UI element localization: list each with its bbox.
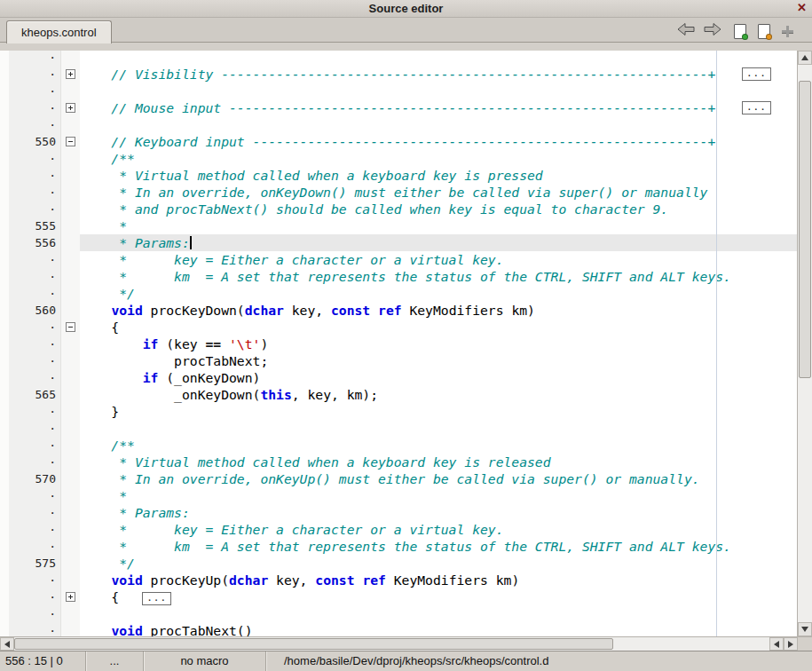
code-line-text[interactable]: void procKeyUp(dchar key, const ref KeyM… — [80, 572, 797, 588]
editor-row[interactable]: · */ — [0, 285, 797, 302]
editor-row[interactable]: · // Mouse input -----------------------… — [0, 99, 797, 116]
fold-ellipsis[interactable]: ... — [742, 67, 771, 81]
tab-kheops-control[interactable]: kheops.control — [6, 20, 112, 43]
tab-label: kheops.control — [21, 26, 97, 39]
editor-row[interactable]: · * Virtual method called when a keyboar… — [0, 167, 797, 184]
scroll-down-button[interactable] — [798, 622, 812, 636]
scroll-up-button[interactable] — [798, 51, 812, 65]
fold-collapse-icon[interactable] — [66, 322, 75, 332]
code-line-text[interactable]: */ — [80, 285, 797, 302]
editor-row[interactable]: · — [0, 116, 797, 133]
editor-row[interactable]: 570 * In an override, onKeyUp() must eit… — [0, 470, 797, 487]
nav-back-icon[interactable] — [676, 22, 696, 40]
fold-ellipsis[interactable]: ... — [142, 592, 171, 605]
code-line-text[interactable]: * km = A set that represents the status … — [80, 268, 797, 285]
editor-row[interactable]: 556 * Params: — [0, 234, 797, 251]
document-add-icon[interactable] — [734, 24, 746, 39]
editor-row[interactable]: 565 _onKeyDown(this, key, km); — [0, 386, 797, 403]
code-line-text[interactable]: * key = Either a character or a virtual … — [80, 521, 797, 538]
editor-row[interactable]: · /** — [0, 437, 797, 454]
editor-row[interactable]: · — [0, 83, 797, 99]
horizontal-scroll-track[interactable] — [14, 637, 769, 651]
code-line-text[interactable]: * In an override, onKeyUp() must either … — [80, 470, 797, 487]
code-line-text[interactable]: { — [80, 319, 797, 336]
file-path: /home/basile/Dev/dproj/kheops/src/kheops… — [266, 651, 812, 671]
editor-row[interactable]: · * km = A set that represents the statu… — [0, 268, 797, 285]
code-line-text[interactable]: void procTabNext() — [80, 622, 797, 636]
horizontal-scrollbar[interactable] — [0, 636, 812, 651]
editor-row[interactable]: 555 * — [0, 217, 797, 234]
editor-row[interactable]: · procTabNext; — [0, 352, 797, 369]
code-line-text[interactable] — [80, 51, 797, 66]
editor-row[interactable]: · if (key == '\t') — [0, 336, 797, 352]
code-line-text[interactable]: // Keyboard input ----------------------… — [80, 133, 797, 150]
code-editor[interactable]: ·· // Visibility -----------------------… — [0, 51, 797, 636]
editor-row[interactable]: 550 // Keyboard input ------------------… — [0, 133, 797, 150]
code-line-text[interactable]: if (_onKeyDown) — [80, 369, 797, 386]
editor-row[interactable]: · void procTabNext() — [0, 622, 797, 636]
fold-collapse-icon[interactable] — [66, 137, 75, 146]
detach-editor-icon[interactable] — [781, 25, 794, 38]
editor-row[interactable]: · } — [0, 403, 797, 420]
fold-margin — [60, 572, 80, 588]
code-line-text[interactable] — [80, 420, 797, 437]
code-line-text[interactable]: procTabNext; — [80, 352, 797, 369]
editor-row[interactable]: · — [0, 51, 797, 66]
code-line-text[interactable]: * Virtual method called when a keyboard … — [80, 167, 797, 184]
editor-row[interactable]: · * — [0, 487, 797, 504]
editor-row[interactable]: · * and procTabNext() should be called w… — [0, 201, 797, 217]
editor-row[interactable]: · * Virtual method called when a keyboar… — [0, 454, 797, 470]
editor-row[interactable]: · { — [0, 319, 797, 336]
code-line-text[interactable]: * key = Either a character or a virtual … — [80, 251, 797, 268]
window-close-button[interactable]: ✕ — [797, 1, 807, 14]
editor-row[interactable]: · — [0, 420, 797, 437]
editor-row[interactable]: · * In an override, onKeyDown() must eit… — [0, 184, 797, 201]
code-line-text[interactable]: _onKeyDown(this, key, km); — [80, 386, 797, 403]
code-line-text[interactable]: * Params: — [80, 504, 797, 521]
code-line-text[interactable]: {... — [80, 588, 797, 605]
editor-row[interactable]: · * Params: — [0, 504, 797, 521]
scroll-left-button[interactable] — [0, 637, 14, 651]
horizontal-scroll-thumb[interactable] — [14, 638, 613, 650]
editor-row[interactable]: · * key = Either a character or a virtua… — [0, 251, 797, 268]
code-line-text[interactable]: * — [80, 487, 797, 504]
scroll-right-button[interactable] — [784, 637, 798, 651]
code-line-text[interactable]: } — [80, 403, 797, 420]
code-line-text[interactable] — [80, 605, 797, 622]
editor-row[interactable]: · {... — [0, 588, 797, 605]
code-line-text[interactable]: /** — [80, 437, 797, 454]
editor-row[interactable]: · if (_onKeyDown) — [0, 369, 797, 386]
editor-row[interactable]: · — [0, 605, 797, 622]
editor-row[interactable]: · // Visibility ------------------------… — [0, 66, 797, 83]
code-line-text[interactable]: // Mouse input -------------------------… — [80, 99, 797, 116]
editor-row[interactable]: · void procKeyUp(dchar key, const ref Ke… — [0, 572, 797, 588]
code-line-text[interactable]: void procKeyDown(dchar key, const ref Ke… — [80, 302, 797, 319]
code-line-text[interactable]: if (key == '\t') — [80, 336, 797, 352]
code-line-text[interactable]: */ — [80, 555, 797, 572]
vertical-scroll-track[interactable] — [798, 65, 812, 622]
document-modified-icon[interactable] — [758, 24, 770, 39]
nav-forward-icon[interactable] — [703, 22, 722, 40]
editor-row[interactable]: 560 void procKeyDown(dchar key, const re… — [0, 302, 797, 319]
editor-row[interactable]: · * key = Either a character or a virtua… — [0, 521, 797, 538]
scroll-left-button-right-end[interactable] — [769, 637, 784, 651]
code-line-text[interactable]: * Virtual method called when a keyboard … — [80, 454, 797, 470]
code-line-text[interactable]: * and procTabNext() should be called whe… — [80, 201, 797, 217]
fold-expand-icon[interactable] — [66, 592, 75, 602]
vertical-scroll-thumb[interactable] — [799, 81, 811, 378]
vertical-scrollbar[interactable] — [797, 51, 812, 636]
editor-row[interactable]: 575 */ — [0, 555, 797, 572]
fold-expand-icon[interactable] — [66, 103, 75, 113]
code-line-text[interactable]: * — [80, 217, 797, 234]
code-line-text[interactable] — [80, 116, 797, 133]
editor-row[interactable]: · /** — [0, 150, 797, 167]
code-line-text[interactable]: /** — [80, 150, 797, 167]
editor-row[interactable]: · * km = A set that represents the statu… — [0, 538, 797, 555]
code-line-text[interactable]: * In an override, onKeyDown() must eithe… — [80, 184, 797, 201]
code-line-text[interactable]: * Params: — [80, 234, 797, 251]
code-line-text[interactable]: // Visibility --------------------------… — [80, 66, 797, 83]
code-line-text[interactable] — [80, 83, 797, 99]
fold-ellipsis[interactable]: ... — [742, 101, 771, 114]
code-line-text[interactable]: * km = A set that represents the status … — [80, 538, 797, 555]
fold-expand-icon[interactable] — [66, 69, 75, 79]
